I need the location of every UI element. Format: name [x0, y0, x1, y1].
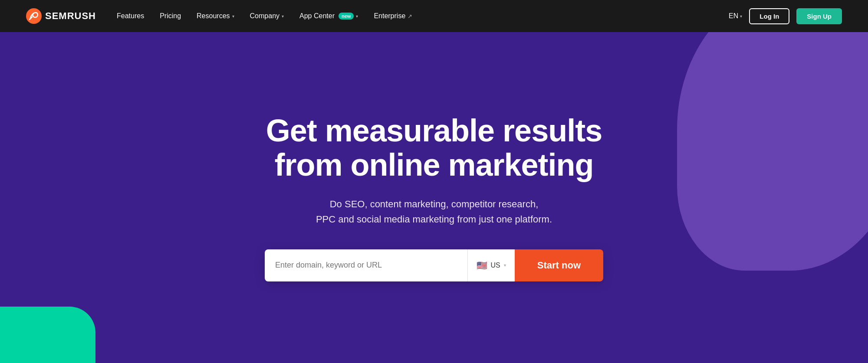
nav-item-pricing[interactable]: Pricing [160, 12, 181, 20]
hero-section: Get measurable results from online marke… [0, 32, 868, 363]
search-input-wrapper [265, 249, 467, 281]
nav-links: Features Pricing Resources ▾ Company ▾ A… [117, 12, 729, 20]
hero-content: Get measurable results from online marke… [265, 114, 603, 281]
login-button[interactable]: Log In [749, 8, 789, 24]
chevron-down-icon: ▾ [356, 14, 358, 19]
chevron-down-icon: ▾ [740, 14, 742, 19]
svg-point-0 [26, 8, 42, 24]
nav-item-features[interactable]: Features [117, 12, 144, 20]
search-form: 🇺🇸 US ▾ Start now [265, 249, 603, 281]
country-selector[interactable]: 🇺🇸 US ▾ [467, 249, 515, 281]
hero-title: Get measurable results from online marke… [266, 114, 602, 182]
deco-green-shape [0, 307, 95, 363]
deco-purple-circle [677, 32, 868, 271]
logo[interactable]: SEMRUSH [26, 8, 96, 24]
logo-text: SEMRUSH [45, 10, 96, 22]
external-link-icon: ↗ [408, 13, 412, 20]
nav-item-app-center[interactable]: App Center new ▾ [299, 12, 358, 20]
chevron-down-icon: ▾ [232, 14, 234, 19]
us-flag-icon: 🇺🇸 [477, 260, 487, 271]
hero-subtitle: Do SEO, content marketing, competitor re… [316, 196, 552, 227]
new-badge: new [339, 13, 354, 20]
nav-item-company[interactable]: Company ▾ [250, 12, 284, 20]
language-selector[interactable]: EN ▾ [729, 12, 742, 20]
chevron-down-icon: ▾ [504, 263, 506, 268]
nav-right: EN ▾ Log In Sign Up [729, 8, 842, 24]
nav-item-enterprise[interactable]: Enterprise ↗ [374, 12, 412, 20]
nav-item-resources[interactable]: Resources ▾ [197, 12, 234, 20]
navbar: SEMRUSH Features Pricing Resources ▾ Com… [0, 0, 868, 32]
signup-button[interactable]: Sign Up [796, 8, 842, 24]
start-now-button[interactable]: Start now [515, 249, 603, 281]
search-input[interactable] [275, 261, 457, 270]
chevron-down-icon: ▾ [282, 14, 284, 19]
semrush-logo-icon [26, 8, 42, 24]
